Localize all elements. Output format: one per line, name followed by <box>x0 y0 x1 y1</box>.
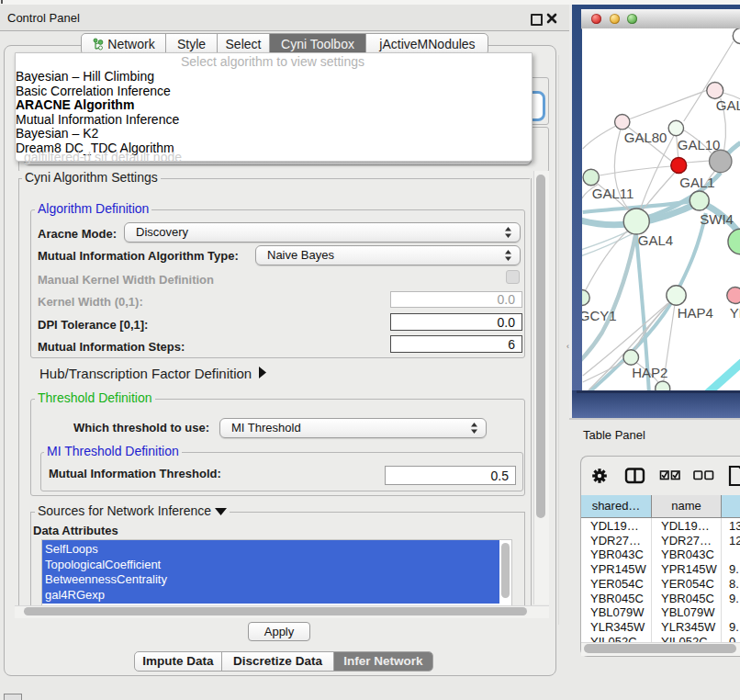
svg-text:YM: YM <box>729 305 740 321</box>
svg-text:HAP4: HAP4 <box>677 305 712 321</box>
svg-text:SWI4: SWI4 <box>700 211 734 227</box>
svg-text:GAL7: GAL7 <box>715 97 740 113</box>
svg-text:GAL11: GAL11 <box>591 186 633 201</box>
svg-text:GCY1: GCY1 <box>582 308 617 323</box>
svg-text:GAL80: GAL80 <box>623 130 667 145</box>
svg-text:HAP2: HAP2 <box>632 365 667 380</box>
svg-text:GAL4: GAL4 <box>637 232 672 248</box>
svg-text:GAL1: GAL1 <box>679 175 714 190</box>
svg-text:GAL10: GAL10 <box>677 137 720 152</box>
